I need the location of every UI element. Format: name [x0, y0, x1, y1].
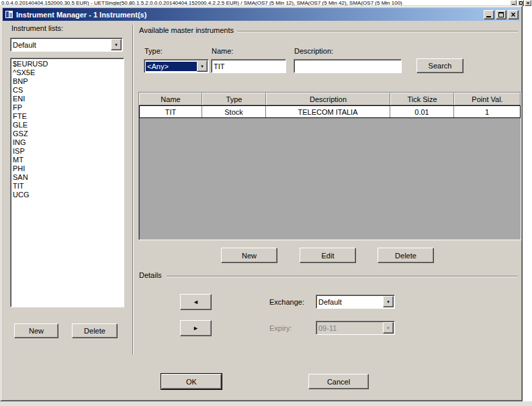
screen: 0.0.4.0.20140404.152000.30.5 EUR) - UETS… [0, 0, 532, 406]
exchange-select[interactable]: Default ▼ [316, 295, 395, 309]
panel-divider [132, 25, 134, 355]
chevron-down-icon: ▼ [383, 322, 394, 334]
instrument-list-value: Default [11, 41, 111, 49]
chevron-down-icon[interactable]: ▼ [197, 60, 208, 72]
chevron-down-icon[interactable]: ▼ [383, 296, 394, 307]
exchange-value: Default [316, 298, 383, 306]
cell-tick-size[interactable]: 0.01 [390, 106, 454, 117]
list-item[interactable]: FP [12, 103, 124, 112]
table-header: Name Type Description Tick Size Point Va… [139, 93, 521, 105]
ok-button[interactable]: OK [161, 374, 222, 389]
move-left-button[interactable]: ◄ [180, 294, 212, 310]
cancel-button[interactable]: Cancel [308, 374, 369, 389]
list-item[interactable]: MT [12, 156, 124, 164]
list-item[interactable]: PHI [12, 164, 124, 173]
close-button[interactable]: × [508, 10, 519, 19]
type-label: Type: [144, 47, 163, 55]
name-input[interactable] [211, 59, 286, 73]
column-header-tick-size[interactable]: Tick Size [390, 93, 454, 105]
right-arrow-icon: ► [193, 325, 199, 332]
move-right-button[interactable]: ► [180, 320, 212, 336]
list-item[interactable]: GLE [12, 121, 124, 130]
left-arrow-icon: ◄ [193, 299, 199, 305]
cell-point-val[interactable]: 1 [454, 106, 520, 117]
instruments-table[interactable]: Name Type Description Tick Size Point Va… [138, 92, 521, 240]
minimize-icon [486, 16, 491, 17]
list-delete-button[interactable]: Delete [72, 323, 118, 338]
cell-name[interactable]: TIT [140, 106, 202, 117]
instrument-list-select[interactable]: Default ▼ [10, 38, 123, 52]
bg-close-button[interactable]: × [525, 0, 531, 6]
list-item[interactable]: FTE [12, 112, 124, 121]
maximize-icon [519, 1, 523, 5]
maximize-icon [498, 12, 504, 17]
table-row[interactable]: TIT Stock TELECOM ITALIA 0.01 1 [139, 105, 521, 118]
list-item[interactable]: UCG [12, 191, 124, 199]
instrument-manager-icon [5, 10, 13, 19]
list-item[interactable]: $EURUSD [12, 60, 124, 68]
type-value: <Any> [146, 62, 197, 71]
details-section-line [167, 276, 518, 277]
master-section-title: Available master instruments [139, 26, 234, 34]
list-new-button[interactable]: New [14, 323, 58, 338]
expiry-select: 09-11 ▼ [316, 321, 395, 335]
type-select[interactable]: <Any> ▼ [144, 59, 209, 73]
master-section-line [237, 31, 518, 32]
cell-description[interactable]: TELECOM ITALIA [266, 106, 390, 117]
exchange-label: Exchange: [269, 298, 304, 306]
master-edit-button[interactable]: Edit [300, 248, 356, 263]
minimize-button[interactable] [484, 10, 494, 19]
name-label: Name: [212, 47, 233, 55]
master-delete-button[interactable]: Delete [378, 248, 434, 263]
minimize-icon [512, 4, 515, 5]
details-section-title: Details [139, 271, 162, 279]
maximize-button[interactable] [496, 10, 506, 19]
instrument-manager-dialog: Instrument Manager - 1 Instrument(s) × I… [0, 5, 523, 401]
description-input[interactable] [294, 59, 402, 73]
master-new-button[interactable]: New [221, 248, 277, 263]
list-item[interactable]: CS [12, 86, 124, 95]
chevron-down-icon[interactable]: ▼ [111, 39, 122, 50]
list-item[interactable]: BNP [12, 77, 124, 86]
list-item[interactable]: GSZ [12, 130, 124, 138]
list-item[interactable]: ING [12, 138, 124, 147]
list-item[interactable]: ^SX5E [12, 68, 124, 77]
column-header-description[interactable]: Description [266, 93, 390, 105]
cell-type[interactable]: Stock [202, 106, 266, 117]
list-item[interactable]: ISP [12, 147, 124, 156]
close-icon: × [511, 11, 515, 19]
list-item[interactable]: TIT [12, 182, 124, 191]
instrument-listbox[interactable]: $EURUSD ^SX5E BNP CS ENI FP FTE GLE GSZ … [10, 58, 124, 307]
expiry-label: Expiry: [269, 324, 292, 332]
close-icon: × [527, 1, 530, 6]
search-button[interactable]: Search [416, 58, 463, 73]
expiry-value: 09-11 [316, 324, 383, 332]
list-item[interactable]: SAN [12, 173, 124, 182]
column-header-point-val[interactable]: Point Val. [454, 93, 521, 105]
title-bar[interactable]: Instrument Manager - 1 Instrument(s) × [3, 8, 520, 21]
column-header-type[interactable]: Type [202, 93, 266, 105]
list-item[interactable]: ENI [12, 95, 124, 103]
column-header-name[interactable]: Name [139, 93, 202, 105]
description-label: Description: [294, 47, 333, 55]
background-window-right-edge [523, 0, 532, 406]
instrument-lists-label: Instrument lists: [11, 24, 63, 32]
background-window-bottom-edge [0, 401, 532, 406]
window-title: Instrument Manager - 1 Instrument(s) [16, 11, 482, 19]
